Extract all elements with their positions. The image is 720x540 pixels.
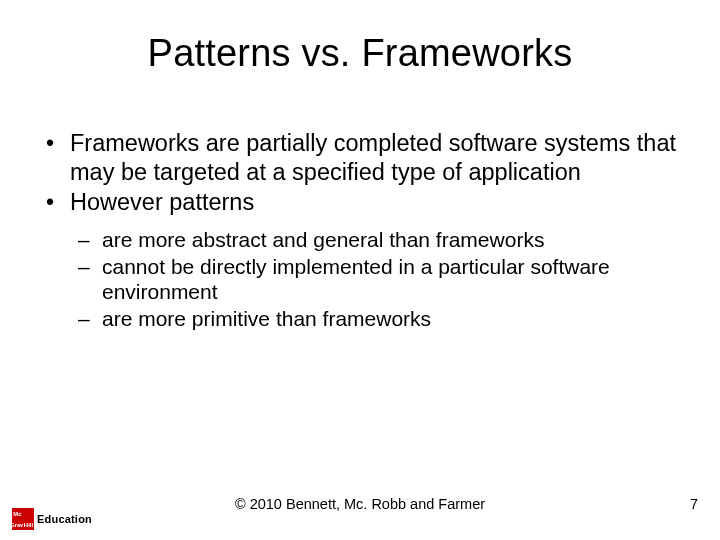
bullet-list-level-2: are more abstract and general than frame… — [78, 227, 680, 331]
sub-bullet-item: are more abstract and general than frame… — [78, 227, 680, 253]
sub-bullet-item: are more primitive than frameworks — [78, 306, 680, 332]
slide-body: Frameworks are partially completed softw… — [30, 129, 690, 331]
sub-bullet-item: cannot be directly implemented in a part… — [78, 254, 680, 305]
logo-cell: Graw — [12, 519, 23, 530]
publisher-logo: Mc Graw Hill Education — [12, 508, 92, 530]
slide-title: Patterns vs. Frameworks — [30, 32, 690, 75]
slide: Patterns vs. Frameworks Frameworks are p… — [0, 0, 720, 540]
logo-cell: Hill — [23, 519, 34, 530]
slide-footer: © 2010 Bennett, Mc. Robb and Farmer 7 — [0, 496, 720, 520]
bullet-item: Frameworks are partially completed softw… — [40, 129, 680, 186]
logo-cell: Mc — [12, 508, 23, 519]
bullet-list-level-1: Frameworks are partially completed softw… — [40, 129, 680, 217]
logo-brand-text: Education — [37, 513, 92, 525]
page-number: 7 — [690, 496, 698, 512]
copyright-text: © 2010 Bennett, Mc. Robb and Farmer — [0, 496, 720, 512]
logo-mark-icon: Mc Graw Hill — [12, 508, 34, 530]
bullet-item: However patterns — [40, 188, 680, 217]
logo-cell — [23, 508, 34, 519]
